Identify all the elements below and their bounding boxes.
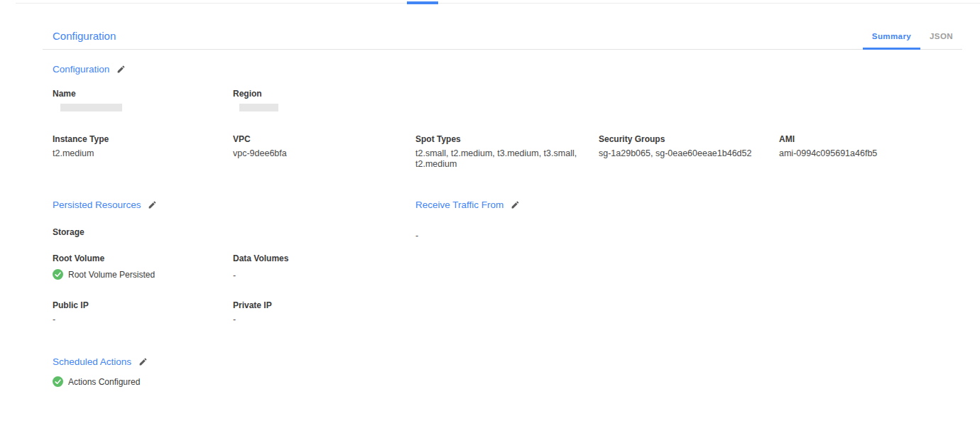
tab-json-label: JSON: [930, 32, 953, 40]
summary-content: Configuration Name Region Instance Type …: [53, 50, 980, 387]
scheduled-actions-status: Actions Configured: [53, 376, 980, 387]
ip-row: Public IP - Private IP -: [53, 301, 415, 325]
section-configuration: Configuration Name Region Instance Type …: [53, 64, 980, 170]
field-security-groups-value: sg-1a29b065, sg-0eae60eeae1b46d52: [599, 148, 758, 159]
edit-configuration-button[interactable]: [116, 65, 126, 75]
field-data-volumes-value: -: [233, 271, 394, 281]
storage-heading: Storage: [53, 227, 415, 237]
field-name-redacted-value: [60, 104, 122, 111]
middle-sections: Persisted Resources Storage Root Volume …: [53, 200, 980, 325]
field-security-groups-label: Security Groups: [599, 135, 758, 143]
page-title: Configuration: [53, 30, 116, 42]
field-vpc-label: VPC: [233, 135, 394, 143]
field-ami: AMI ami-0994c095691a46fb5: [779, 135, 980, 170]
check-circle-icon: [53, 269, 63, 280]
section-configuration-header: Configuration: [53, 64, 980, 75]
view-tabbar: Summary JSON: [863, 32, 962, 50]
field-spot-types-value: t2.small, t2.medium, t3.medium, t3.small…: [415, 148, 577, 170]
field-root-volume: Root Volume Root Volume Persisted: [53, 254, 233, 281]
tab-summary-label: Summary: [872, 32, 911, 40]
section-receive-traffic-from-title: Receive Traffic From: [415, 200, 503, 210]
field-spot-types-label: Spot Types: [415, 135, 577, 143]
pencil-icon: [138, 357, 148, 366]
scheduled-actions-status-text: Actions Configured: [68, 377, 140, 387]
field-private-ip: Private IP -: [233, 301, 415, 325]
field-ami-label: AMI: [779, 135, 959, 143]
field-root-volume-label: Root Volume: [53, 254, 212, 263]
field-spot-types: Spot Types t2.small, t2.medium, t3.mediu…: [415, 135, 599, 170]
check-circle-icon: [53, 376, 63, 387]
section-persisted-resources-title: Persisted Resources: [53, 200, 141, 210]
pencil-icon: [148, 200, 157, 209]
field-region: Region: [233, 89, 415, 111]
tab-json[interactable]: JSON: [920, 32, 962, 50]
section-persisted-resources-header: Persisted Resources: [53, 200, 415, 210]
root-volume-status-text: Root Volume Persisted: [68, 270, 155, 280]
edit-persisted-resources-button[interactable]: [148, 200, 158, 210]
field-private-ip-value: -: [233, 315, 394, 325]
pencil-icon: [511, 200, 520, 209]
pencil-icon: [116, 65, 126, 74]
field-public-ip: Public IP -: [53, 301, 233, 325]
field-private-ip-label: Private IP: [233, 301, 394, 310]
receive-traffic-from-value: -: [415, 231, 980, 241]
field-data-volumes-label: Data Volumes: [233, 254, 394, 263]
field-public-ip-label: Public IP: [53, 301, 212, 310]
field-instance-type-label: Instance Type: [53, 135, 212, 143]
section-scheduled-actions-header: Scheduled Actions: [53, 356, 980, 367]
section-scheduled-actions-title: Scheduled Actions: [53, 356, 131, 367]
field-data-volumes: Data Volumes -: [233, 254, 415, 281]
field-region-redacted-value: [239, 104, 278, 111]
section-configuration-title: Configuration: [53, 64, 109, 75]
configuration-row-1: Name Region: [53, 89, 980, 111]
configuration-row-2: Instance Type t2.medium VPC vpc-9dee6bfa…: [53, 135, 980, 170]
edit-receive-traffic-button[interactable]: [510, 200, 520, 210]
field-vpc-value: vpc-9dee6bfa: [233, 148, 394, 159]
field-name: Name: [53, 89, 233, 111]
field-instance-type-value: t2.medium: [53, 148, 212, 159]
field-security-groups: Security Groups sg-1a29b065, sg-0eae60ee…: [599, 135, 779, 170]
section-receive-traffic-from-header: Receive Traffic From: [415, 200, 980, 210]
field-instance-type: Instance Type t2.medium: [53, 135, 233, 170]
section-scheduled-actions: Scheduled Actions Actions Configured: [53, 356, 980, 387]
section-receive-traffic-from: Receive Traffic From -: [415, 200, 980, 325]
field-public-ip-value: -: [53, 315, 212, 325]
tab-summary[interactable]: Summary: [863, 32, 920, 50]
field-name-label: Name: [53, 89, 212, 98]
edit-scheduled-actions-button[interactable]: [138, 357, 148, 367]
section-persisted-resources: Persisted Resources Storage Root Volume …: [53, 200, 415, 325]
page-header: Configuration Summary JSON: [43, 0, 962, 50]
field-vpc: VPC vpc-9dee6bfa: [233, 135, 415, 170]
field-region-label: Region: [233, 89, 394, 98]
root-volume-status: Root Volume Persisted: [53, 269, 212, 280]
field-ami-value: ami-0994c095691a46fb5: [779, 148, 959, 159]
volumes-row: Root Volume Root Volume Persisted Data V…: [53, 254, 415, 281]
